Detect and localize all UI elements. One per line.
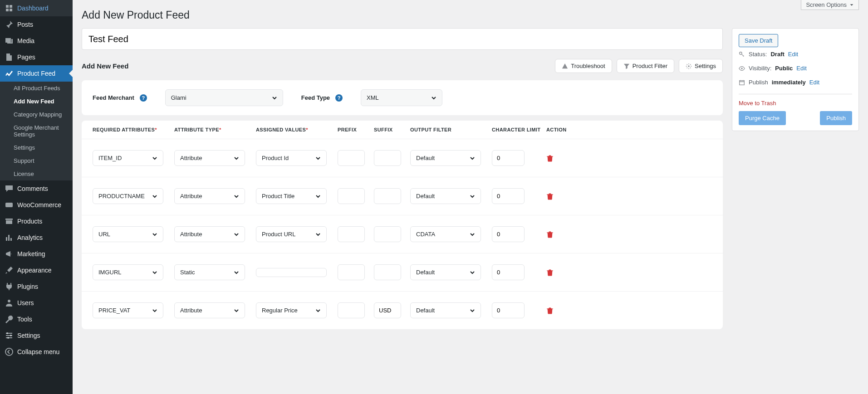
feed-type-select[interactable]: XML: [361, 89, 442, 106]
submenu-all-feeds[interactable]: All Product Feeds: [0, 82, 73, 95]
delete-row-button[interactable]: [546, 193, 568, 200]
prefix-input[interactable]: [338, 302, 365, 318]
sidebar-item-tools[interactable]: Tools: [0, 311, 73, 327]
table-row: PRODUCTNAMEAttributeProduct TitleDefault: [82, 177, 723, 215]
submenu-google-merchant[interactable]: Google Merchant Settings: [0, 121, 73, 141]
character-limit-input[interactable]: [492, 150, 525, 166]
attribute-type-select[interactable]: Attribute: [174, 226, 245, 242]
delete-row-button[interactable]: [546, 307, 568, 314]
output-filter-select[interactable]: Default: [410, 150, 481, 166]
assigned-value-select[interactable]: [256, 268, 327, 277]
output-filter-select[interactable]: CDATA: [410, 226, 481, 242]
sidebar-item-dashboard[interactable]: Dashboard: [0, 0, 73, 16]
sidebar-item-analytics[interactable]: Analytics: [0, 229, 73, 246]
troubleshoot-button[interactable]: Troubleshoot: [555, 59, 612, 73]
delete-row-button[interactable]: [546, 155, 568, 162]
settings-button[interactable]: Settings: [679, 59, 723, 73]
character-limit-input[interactable]: [492, 264, 525, 280]
sidebar-item-settings[interactable]: Settings: [0, 327, 73, 344]
sidebar-item-posts[interactable]: Posts: [0, 16, 73, 33]
submenu-license[interactable]: License: [0, 167, 73, 180]
pin-icon: [5, 20, 14, 29]
required-attribute-select[interactable]: PRICE_VAT: [93, 302, 163, 318]
output-filter-select[interactable]: Default: [410, 188, 481, 204]
prefix-input[interactable]: [338, 188, 365, 204]
chevron-down-icon: [315, 194, 321, 199]
chevron-down-icon: [431, 95, 436, 101]
feed-merchant-select[interactable]: Glami: [165, 89, 283, 106]
submenu-category-mapping[interactable]: Category Mapping: [0, 108, 73, 121]
svg-point-8: [741, 68, 743, 69]
key-icon: [739, 51, 745, 58]
assigned-value-select[interactable]: Product Id: [256, 150, 327, 166]
suffix-input[interactable]: [374, 226, 401, 242]
submenu-settings[interactable]: Settings: [0, 141, 73, 154]
chevron-down-icon: [234, 308, 239, 313]
assigned-value-select[interactable]: Regular Price: [256, 302, 327, 318]
delete-row-button[interactable]: [546, 231, 568, 238]
suffix-input[interactable]: [374, 302, 401, 318]
schedule-edit-link[interactable]: Edit: [809, 79, 819, 86]
sidebar-item-plugins[interactable]: Plugins: [0, 278, 73, 295]
sidebar-item-comments[interactable]: Comments: [0, 180, 73, 197]
move-to-trash-link[interactable]: Move to Trash: [739, 100, 776, 107]
publish-button[interactable]: Publish: [820, 111, 852, 125]
assigned-value-select[interactable]: Product Title: [256, 188, 327, 204]
sidebar-item-marketing[interactable]: Marketing: [0, 246, 73, 262]
dashboard-icon: [5, 4, 14, 13]
character-limit-input[interactable]: [492, 226, 525, 242]
product-filter-button[interactable]: Product Filter: [617, 59, 674, 73]
submenu-add-new-feed[interactable]: Add New Feed: [0, 95, 73, 108]
attribute-type-select[interactable]: Attribute: [174, 188, 245, 204]
sidebar-item-users[interactable]: Users: [0, 295, 73, 311]
help-icon[interactable]: ?: [335, 94, 343, 102]
attribute-type-select[interactable]: Attribute: [174, 302, 245, 318]
character-limit-input[interactable]: [492, 188, 525, 204]
prefix-input[interactable]: [338, 226, 365, 242]
status-edit-link[interactable]: Edit: [788, 51, 798, 58]
save-draft-button[interactable]: Save Draft: [739, 34, 778, 47]
required-attribute-select[interactable]: IMGURL: [93, 264, 163, 280]
sidebar-item-woocommerce[interactable]: WooCommerce: [0, 197, 73, 213]
troubleshoot-label: Troubleshoot: [571, 63, 605, 69]
sidebar-item-media[interactable]: Media: [0, 33, 73, 49]
feed-title-input[interactable]: [82, 28, 723, 50]
th-output: OUTPUT FILTER: [410, 127, 451, 132]
user-icon: [5, 298, 14, 307]
attributes-table: REQUIRED ATTRIBUTES* ATTRIBUTE TYPE* ASS…: [82, 121, 723, 329]
calendar-icon: [739, 79, 745, 86]
prefix-input[interactable]: [338, 150, 365, 166]
table-row: PRICE_VATAttributeRegular PriceDefault: [82, 291, 723, 329]
output-filter-select[interactable]: Default: [410, 264, 481, 280]
sidebar-item-pages[interactable]: Pages: [0, 49, 73, 65]
output-filter-select[interactable]: Default: [410, 302, 481, 318]
sidebar-item-products[interactable]: Products: [0, 213, 73, 229]
required-attribute-select[interactable]: URL: [93, 226, 163, 242]
sidebar-item-label: Comments: [17, 185, 48, 192]
suffix-input[interactable]: [374, 150, 401, 166]
chevron-down-icon: [234, 156, 239, 161]
brush-icon: [5, 266, 14, 275]
sidebar-item-label: WooCommerce: [17, 201, 61, 209]
sidebar-item-label: Media: [17, 37, 34, 44]
prefix-input[interactable]: [338, 264, 365, 280]
help-icon[interactable]: ?: [140, 94, 147, 102]
required-attribute-select[interactable]: ITEM_ID: [93, 150, 163, 166]
delete-row-button[interactable]: [546, 269, 568, 276]
sidebar-item-collapse[interactable]: Collapse menu: [0, 344, 73, 360]
required-attribute-select[interactable]: PRODUCTNAME: [93, 188, 163, 204]
chart-icon: [5, 233, 14, 242]
visibility-edit-link[interactable]: Edit: [796, 65, 806, 72]
attribute-type-select[interactable]: Static: [174, 264, 245, 280]
comment-icon: [5, 184, 14, 193]
suffix-input[interactable]: [374, 264, 401, 280]
screen-options-toggle[interactable]: Screen Options: [801, 0, 859, 10]
sidebar-item-appearance[interactable]: Appearance: [0, 262, 73, 278]
character-limit-input[interactable]: [492, 302, 525, 318]
sidebar-item-product-feed[interactable]: Product Feed: [0, 65, 73, 82]
purge-cache-button[interactable]: Purge Cache: [739, 111, 786, 125]
attribute-type-select[interactable]: Attribute: [174, 150, 245, 166]
submenu-support[interactable]: Support: [0, 154, 73, 167]
assigned-value-select[interactable]: Product URL: [256, 226, 327, 242]
suffix-input[interactable]: [374, 188, 401, 204]
